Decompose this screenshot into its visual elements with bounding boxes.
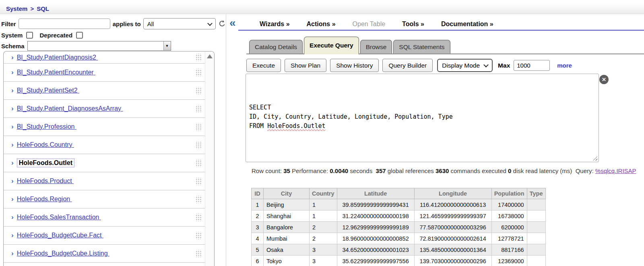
status-text: Performance:: [290, 167, 330, 174]
chevron-right-icon[interactable]: ›: [11, 141, 14, 149]
table-link-holefoods-product[interactable]: HoleFoods.Product: [17, 177, 74, 185]
table-list-item[interactable]: ›HoleFoods.Product: [4, 172, 205, 190]
table-list-item[interactable]: ›HoleFoods.Region: [4, 190, 205, 208]
status-text: disk read latency (ms) Query:: [511, 167, 595, 174]
display-mode-select[interactable]: Display Mode: [437, 59, 493, 72]
system-checkbox[interactable]: [26, 32, 33, 39]
resize-handle[interactable]: [593, 156, 597, 161]
tab-catalog-details[interactable]: Catalog Details: [249, 40, 303, 54]
sql-line: FROM HoleFoods.Outlet: [249, 122, 595, 131]
execute-button[interactable]: Execute: [246, 59, 281, 72]
drag-handle-icon[interactable]: [195, 54, 201, 61]
table-link-bi-study-patientdiagnosis2[interactable]: BI_Study.PatientDiagnosis2: [17, 54, 98, 61]
more-link[interactable]: more: [557, 62, 572, 69]
drag-handle-icon[interactable]: [195, 141, 201, 149]
chevron-right-icon[interactable]: ›: [11, 68, 14, 76]
column-header-type: Type: [527, 188, 545, 199]
drag-handle-icon[interactable]: [195, 177, 201, 185]
chevron-right-icon[interactable]: ›: [11, 159, 14, 167]
sql-query-editor[interactable]: SELECTID, City, Country, Latitude, Longi…: [246, 74, 599, 162]
drag-handle-icon[interactable]: [195, 196, 201, 203]
schema-combobox[interactable]: ▼: [27, 41, 171, 51]
chevron-right-icon[interactable]: ›: [11, 231, 14, 239]
menu-item-tools[interactable]: Tools »: [402, 21, 424, 28]
table-link-bi-study-profession[interactable]: BI_Study.Profession: [17, 123, 76, 130]
schema-row: Schema ▼: [1, 41, 171, 51]
filter-input[interactable]: [19, 19, 110, 29]
tab-browse[interactable]: Browse: [360, 40, 392, 54]
show-history-button[interactable]: Show History: [330, 59, 379, 72]
table-list-scrollbar[interactable]: [205, 52, 214, 266]
applies-to-label: applies to: [113, 21, 141, 27]
table-link-holefoods-region[interactable]: HoleFoods.Region: [17, 196, 72, 203]
cell-type: [527, 199, 545, 210]
cell-country: 1: [310, 210, 337, 222]
table-list: ›BI_Study.PatientDiagnosis2›BI_Study.Pat…: [3, 51, 215, 266]
tab-sql-statements[interactable]: SQL Statements: [393, 40, 450, 54]
drag-handle-icon[interactable]: [195, 69, 201, 76]
deprecated-checkbox[interactable]: [76, 32, 83, 39]
max-rows-input[interactable]: [514, 60, 550, 71]
table-link-holefoods-budgetcube-listing[interactable]: HoleFoods_BudgetCube.Listing: [17, 250, 109, 257]
table-row: 4Mumbai218.96000000000000085272.81900000…: [252, 233, 546, 244]
chevron-right-icon[interactable]: ›: [11, 123, 14, 131]
drag-handle-icon[interactable]: [195, 105, 201, 113]
chevron-right-icon[interactable]: ›: [11, 213, 14, 221]
table-list-item[interactable]: ›HoleFoods_BudgetCube.Listing: [4, 245, 205, 263]
chevron-right-icon[interactable]: ›: [11, 105, 14, 113]
cell-type: [527, 244, 545, 256]
table-row: 6Tokyo335.622999999999997556139.70300000…: [252, 256, 546, 266]
applies-to-select[interactable]: All: [143, 18, 216, 29]
collapse-sidebar-icon[interactable]: «: [229, 16, 236, 29]
table-link-holefoods-outlet[interactable]: HoleFoods.Outlet: [17, 159, 74, 167]
drag-handle-icon[interactable]: [195, 159, 201, 167]
table-list-item[interactable]: ›BI_Study.Patient_DiagnosesAsArray: [4, 100, 205, 118]
table-list-item[interactable]: ›BI_Study.PatientDiagnosis2: [4, 52, 205, 64]
table-list-item[interactable]: ›BI_Study.PatientSet2: [4, 82, 205, 100]
query-builder-button[interactable]: Query Builder: [382, 59, 433, 72]
table-list-item[interactable]: ›HoleFoods.Outlet: [4, 154, 205, 172]
chevron-right-icon[interactable]: ›: [11, 177, 14, 185]
table-list-item[interactable]: ›HoleFoods.SalesTransaction: [4, 208, 205, 227]
cell-latitude: 31.224000000000000198: [337, 210, 414, 222]
breadcrumb-system-link[interactable]: System: [6, 5, 27, 12]
drag-handle-icon[interactable]: [195, 232, 201, 239]
table-link-holefoods-salestransaction[interactable]: HoleFoods.SalesTransaction: [17, 214, 101, 221]
show-plan-button[interactable]: Show Plan: [285, 59, 326, 72]
table-list-item[interactable]: ›BI_Study.PatientEncounter: [4, 64, 205, 82]
table-list-item[interactable]: ›BI_Study.Profession: [4, 118, 205, 136]
chevron-right-icon[interactable]: ›: [11, 54, 14, 62]
chevron-right-icon[interactable]: ›: [11, 87, 14, 95]
chevron-right-icon[interactable]: ›: [11, 250, 14, 258]
menu-item-documentation[interactable]: Documentation »: [441, 21, 493, 28]
schema-dropdown-button[interactable]: ▼: [163, 41, 171, 50]
cell-latitude: 12.962999999999999189: [337, 222, 414, 233]
cell-population: 8817166: [491, 244, 527, 256]
table-link-holefoods-country[interactable]: HoleFoods.Country: [17, 141, 74, 148]
table-link-bi-study-patientencounter[interactable]: BI_Study.PatientEncounter: [17, 69, 95, 76]
chevron-right-icon[interactable]: ›: [11, 195, 14, 203]
menu-item-actions[interactable]: Actions »: [307, 21, 336, 28]
scroll-up-icon[interactable]: [207, 54, 213, 58]
system-checkbox-label: System: [1, 32, 23, 39]
table-link-bi-study-patient-diagnosesasarray[interactable]: BI_Study.Patient_DiagnosesAsArray: [17, 105, 123, 112]
menu-item-wizards[interactable]: Wizards »: [260, 21, 290, 28]
cell-country: 3: [310, 256, 337, 266]
drag-handle-icon[interactable]: [195, 87, 201, 95]
refresh-icon[interactable]: [218, 20, 226, 28]
drag-handle-icon[interactable]: [195, 214, 201, 221]
display-mode-label: Display Mode: [442, 62, 480, 69]
table-list-item[interactable]: ›HoleFoods.Country: [4, 136, 205, 154]
table-link-holefoods-budgetcube-fact[interactable]: HoleFoods_BudgetCube.Fact: [17, 232, 103, 239]
cell-type: [527, 233, 545, 244]
table-link-bi-study-patientset2[interactable]: BI_Study.PatientSet2: [17, 87, 79, 94]
cell-city: Osaka: [264, 244, 310, 256]
drag-handle-icon[interactable]: [195, 123, 201, 131]
dropdown-arrow-icon: ▼: [165, 44, 169, 48]
close-icon[interactable]: ×: [599, 75, 609, 84]
table-list-item[interactable]: ›HoleFoods_BudgetCube.Fact: [4, 227, 205, 245]
tab-execute-query[interactable]: Execute Query: [304, 37, 359, 54]
drag-handle-icon[interactable]: [195, 250, 201, 258]
status-text: Row count:: [252, 167, 283, 174]
query-class-link[interactable]: %sqlcq.IRISAP: [595, 167, 636, 174]
